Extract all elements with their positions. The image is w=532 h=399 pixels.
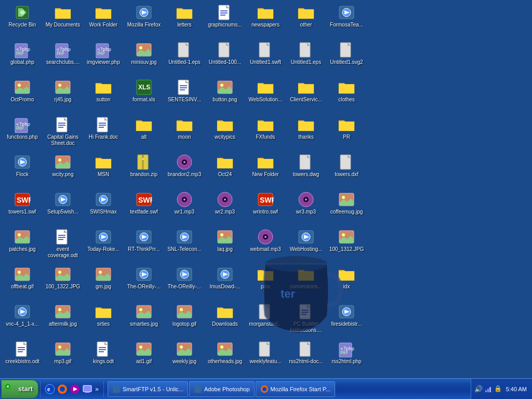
volume-icon[interactable]: 🔊 xyxy=(474,385,483,393)
icon-imusdowd[interactable]: ImusDowd-... xyxy=(205,264,245,301)
icon-mp3-gif[interactable]: mp3.gif xyxy=(43,339,83,376)
icon-functions-php[interactable]: <?phpPHPfunctions.php xyxy=(2,114,43,152)
icon-the-oreilly2[interactable]: The-OReilly-... xyxy=(164,264,205,301)
icon-connections[interactable]: connections... xyxy=(286,264,326,301)
icon-msn[interactable]: MSN xyxy=(83,152,124,189)
icon-logotop-gif[interactable]: logotop.gif xyxy=(164,301,205,339)
icon-pc-builder[interactable]: PC Builder Instructions.... xyxy=(286,301,326,339)
icon-rj45-jpg[interactable]: rj45.jpg xyxy=(43,77,83,114)
icon-rss2html-php[interactable]: <?phpPHPrss2html.php xyxy=(326,339,367,376)
icon-oct-promo[interactable]: OctPromo xyxy=(2,77,43,114)
icon-laq-jpg[interactable]: laq.jpg xyxy=(205,227,245,264)
icon-wcity-png[interactable]: wcity.png xyxy=(43,152,83,189)
icon-clothes[interactable]: clothes xyxy=(326,77,367,114)
icon-graphicnums[interactable]: graphicnums... xyxy=(205,2,245,39)
icon-firesidebistr[interactable]: firesidebistr... xyxy=(326,301,367,339)
icon-flock[interactable]: Flock xyxy=(2,152,43,189)
icon-websolution[interactable]: WebSolution... xyxy=(245,77,286,114)
icon-creekbistro[interactable]: creekbistro.odt xyxy=(2,339,43,376)
icon-webhosting[interactable]: WebHosting... xyxy=(286,227,326,264)
icon-gm-jpg[interactable]: gm.jpg xyxy=(83,264,124,301)
icon-the-oreilly1[interactable]: The-OReilly-... xyxy=(124,264,164,301)
icon-pics[interactable]: pics xyxy=(245,264,286,301)
show-desktop-icon[interactable] xyxy=(82,383,93,395)
icon-offbeat-gif[interactable]: offbeat.gif xyxy=(2,264,43,301)
icon-downloads[interactable]: Downloads xyxy=(205,301,245,339)
icon-coffeemug-jpg[interactable]: coffeemug.jpg xyxy=(326,189,367,227)
icon-recycle-bin[interactable]: Recycle Bin xyxy=(2,2,43,39)
icon-rt-thinkprr[interactable]: RT-ThinkPrr... xyxy=(124,227,164,264)
icon-100-1312-jpg[interactable]: 100_1312.JPG xyxy=(326,227,367,264)
icon-smarties-jpg[interactable]: smarties.jpg xyxy=(124,301,164,339)
icon-wcitypics[interactable]: wcitypics xyxy=(205,114,245,152)
security-icon[interactable]: 🔒 xyxy=(494,385,502,393)
icon-sentesinv[interactable]: SENTESINV... xyxy=(164,77,205,114)
icon-wr3-mp3[interactable]: wr3.mp3 xyxy=(286,189,326,227)
icon-textfade-swf[interactable]: SWFtextfade.swf xyxy=(124,189,164,227)
icon-vnc[interactable]: vnc-4_1_1-x... xyxy=(2,301,43,339)
icon-untitled1-eps[interactable]: Untitled1.eps xyxy=(286,39,326,77)
icon-clientservic[interactable]: ClientServic... xyxy=(286,77,326,114)
icon-thanks[interactable]: thanks xyxy=(286,114,326,152)
icon-fxfunds[interactable]: FXfunds xyxy=(245,114,286,152)
taskbar-item-smartftp[interactable]: SmartFTP v1.5 - Unlic... xyxy=(108,381,188,397)
icon-pr[interactable]: PR xyxy=(326,114,367,152)
icon-snl-telecon[interactable]: SNL-Telecon... xyxy=(164,227,205,264)
icon-formosatea2[interactable]: FormosaTea... xyxy=(326,2,367,39)
icon-searchclubs[interactable]: <?phpPHPsearchclubs.... xyxy=(43,39,83,77)
icon-setup5wish[interactable]: Setup5wish... xyxy=(43,189,83,227)
icon-ad1-gif[interactable]: ad1.gif xyxy=(124,339,164,376)
network-icon[interactable] xyxy=(484,385,493,393)
icon-brandon2-mp3[interactable]: brandon2.mp3 xyxy=(164,152,205,189)
icon-untitled1-svg2[interactable]: Untitled1.svg2 xyxy=(326,39,367,77)
icon-sutton[interactable]: sutton xyxy=(83,77,124,114)
icon-100-1322-jpg[interactable]: 100_1322.JPG xyxy=(43,264,83,301)
icon-aftermilk-jpg[interactable]: aftermilk.jpg xyxy=(43,301,83,339)
icon-morganstanl[interactable]: morganstanl... xyxy=(245,301,286,339)
icon-towers1-swf[interactable]: SWFtowers1.swf xyxy=(2,189,43,227)
ie-quick-icon[interactable]: e xyxy=(44,383,56,395)
icon-button-png[interactable]: button.png xyxy=(205,77,245,114)
icon-rss2html-doc[interactable]: rss2html-doc... xyxy=(286,339,326,376)
icon-hi-frank-doc[interactable]: Hi Frank.doc xyxy=(83,114,124,152)
icon-idx[interactable]: idx xyxy=(326,264,367,301)
icon-imgviewer-php[interactable]: <?phpPHPimgviewer.php xyxy=(83,39,124,77)
icon-oct24[interactable]: Oct24 xyxy=(205,152,245,189)
icon-untitled1-swft[interactable]: Untitled1.swft xyxy=(245,39,286,77)
icon-towers-dxf[interactable]: towers.dxf xyxy=(326,152,367,189)
icon-my-documents[interactable]: My Documents xyxy=(43,2,83,39)
icon-capital-gains[interactable]: Capital Gains Sheet.doc xyxy=(43,114,83,152)
icon-weeklyfeatu[interactable]: weeklyfeatu... xyxy=(245,339,286,376)
icon-format-xls[interactable]: XLSformat.xls xyxy=(124,77,164,114)
icon-new-folder[interactable]: New Folder xyxy=(245,152,286,189)
icon-event-coverage[interactable]: event coverage.odt xyxy=(43,227,83,264)
icon-weekly-jpg[interactable]: weekly.jpg xyxy=(164,339,205,376)
icon-other[interactable]: other xyxy=(286,2,326,39)
icon-untitled-100[interactable]: Untitled-100... xyxy=(205,39,245,77)
icon-moon[interactable]: moon xyxy=(164,114,205,152)
taskbar-item-firefox[interactable]: Mozilla Firefox Start P... xyxy=(256,381,335,397)
icon-otherheads-jpg[interactable]: otherheads.jpg xyxy=(205,339,245,376)
icon-global-php[interactable]: <?phpPHPglobal.php xyxy=(2,39,43,77)
icon-towers-dwg[interactable]: towers.dwg xyxy=(286,152,326,189)
icon-mozilla-firefox[interactable]: Mozilla Firefox xyxy=(124,2,164,39)
icon-patches-jpg[interactable]: patches.jpg xyxy=(2,227,43,264)
media-quick-icon[interactable] xyxy=(69,383,81,395)
start-button[interactable]: start xyxy=(1,380,38,398)
icon-minisuv-jpg[interactable]: minisuv.jpg xyxy=(124,39,164,77)
icon-wr2-mp3[interactable]: wr2.mp3 xyxy=(205,189,245,227)
firefox-quick-icon[interactable] xyxy=(57,383,68,395)
icon-wr1-mp3[interactable]: wr1.mp3 xyxy=(164,189,205,227)
icon-today-roke[interactable]: Today-Roke... xyxy=(83,227,124,264)
icon-srties[interactable]: srties xyxy=(83,301,124,339)
icon-webmail-mp3[interactable]: webmail.mp3 xyxy=(245,227,286,264)
icon-kings-odt[interactable]: kings.odt xyxy=(83,339,124,376)
taskbar-item-photoshop[interactable]: Adobe Photoshop xyxy=(189,381,254,397)
icon-swishmax[interactable]: SWISHmax xyxy=(83,189,124,227)
icon-brandon-zip[interactable]: brandon.zip xyxy=(124,152,164,189)
icon-letters[interactable]: letters xyxy=(164,2,205,39)
icon-wrintro-swf[interactable]: SWFwrintro.swf xyxy=(245,189,286,227)
icon-newspapers[interactable]: newspapers xyxy=(245,2,286,39)
icon-work-folder[interactable]: Work Folder xyxy=(83,2,124,39)
icon-untitled-1-eps[interactable]: Untitled-1.eps xyxy=(164,39,205,77)
